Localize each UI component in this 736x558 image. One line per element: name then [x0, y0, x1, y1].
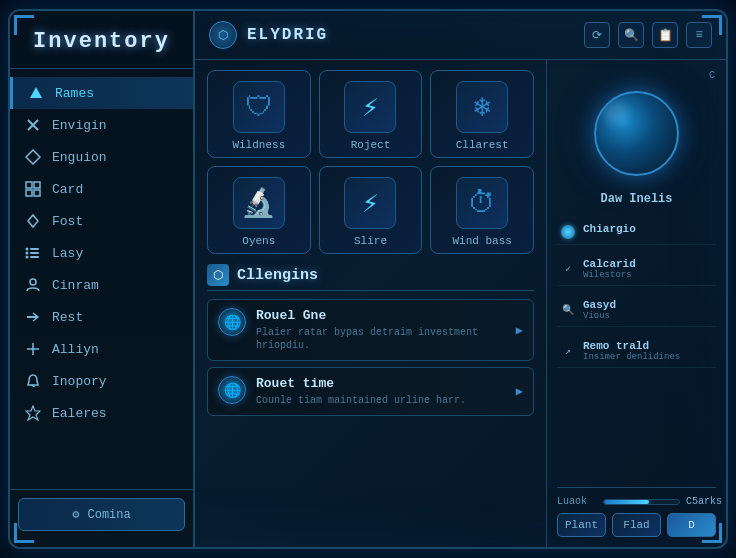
cllarest-icon: ❄	[456, 81, 508, 133]
grid-item-wind-bass[interactable]: ⏱ Wind bass	[430, 166, 534, 254]
progress-bar-fill	[604, 500, 649, 504]
main-panel: 🛡 Wildness ⚡ Roject ❄ Cllarest 🔬 Oyens	[195, 60, 546, 547]
progress-row: Luaok C5arks	[557, 496, 716, 507]
sidebar: Inventory Rames Envigin Enguion	[10, 11, 195, 547]
sidebar-item-lasy[interactable]: Lasy	[10, 237, 193, 269]
grid-icon	[24, 180, 42, 198]
cross-icon	[24, 116, 42, 134]
triangle-icon	[27, 84, 45, 102]
clipboard-button[interactable]: 📋	[652, 22, 678, 48]
sidebar-title: Inventory	[10, 19, 193, 69]
sidebar-item-label: Fost	[52, 214, 83, 229]
sidebar-bottom: ⚙ Comina	[10, 489, 193, 539]
sidebar-item-rest[interactable]: Rest	[10, 301, 193, 333]
chiargio-title: Chiargio	[583, 223, 712, 235]
calcarid-title: Calcarid	[583, 258, 712, 270]
sidebar-item-label: Rames	[55, 86, 94, 101]
challenge-arrow2-icon: ▶	[516, 384, 523, 399]
main-container: Inventory Rames Envigin Enguion	[8, 9, 728, 549]
challenge-desc: Plaier ratar bypas detraim investment hr…	[256, 326, 506, 352]
content-body: 🛡 Wildness ⚡ Roject ❄ Cllarest 🔬 Oyens	[195, 60, 726, 547]
right-panel-title: Daw Inelis	[557, 192, 716, 206]
oyens-icon: 🔬	[233, 177, 285, 229]
sidebar-item-rames[interactable]: Rames	[10, 77, 193, 109]
right-item-gasyd[interactable]: 🔍 Gasyd Vious	[557, 294, 716, 327]
grid-item-roject[interactable]: ⚡ Roject	[319, 70, 423, 158]
challenge-list: 🌐 Rouel Gne Plaier ratar bypas detraim i…	[207, 299, 534, 416]
flad-button[interactable]: Flad	[612, 513, 661, 537]
challenge-globe-icon: 🌐	[218, 308, 246, 336]
sidebar-item-envigin[interactable]: Envigin	[10, 109, 193, 141]
corner-decoration-br	[702, 523, 722, 543]
content-area: ⬡ ELYDRIG ⟳ 🔍 📋 ≡ 🛡 Wildness ⚡	[195, 11, 726, 547]
slire-icon: ⚡	[344, 177, 396, 229]
sidebar-item-alliyn[interactable]: Alliyn	[10, 333, 193, 365]
sidebar-item-fost[interactable]: Fost	[10, 205, 193, 237]
sidebar-item-cinram[interactable]: Cinram	[10, 269, 193, 301]
challenge-globe2-icon: 🌐	[218, 376, 246, 404]
gasyd-sub: Vious	[583, 311, 712, 321]
sidebar-item-enguion[interactable]: Enguion	[10, 141, 193, 173]
settings-button[interactable]: ⚙ Comina	[18, 498, 185, 531]
right-item-calcarid[interactable]: ✓ Calcarid Wilestors	[557, 253, 716, 286]
svg-point-11	[26, 252, 29, 255]
refresh-button[interactable]: ⟳	[584, 22, 610, 48]
challenges-header: ⬡ Cllengins	[207, 264, 534, 291]
grid-item-slire[interactable]: ⚡ Slire	[319, 166, 423, 254]
challenge-desc2: Counle tiam maintained urline harr.	[256, 394, 506, 407]
challenge-item-rouet-time[interactable]: 🌐 Rouet time Counle tiam maintained urli…	[207, 367, 534, 416]
roject-label: Roject	[351, 139, 391, 151]
svg-point-13	[26, 256, 29, 259]
right-item-remo-trald[interactable]: ↗ Remo trald Insimer denlidines	[557, 335, 716, 368]
right-item-chiargio[interactable]: Chiargio	[557, 218, 716, 245]
gasyd-title: Gasyd	[583, 299, 712, 311]
svg-rect-4	[26, 182, 32, 188]
challenge-text-area: Rouel Gne Plaier ratar bypas detraim inv…	[256, 308, 506, 352]
remo-trald-title: Remo trald	[583, 340, 712, 352]
oyens-label: Oyens	[242, 235, 275, 247]
globe-widget	[557, 91, 716, 176]
star-icon	[24, 404, 42, 422]
search-button[interactable]: 🔍	[618, 22, 644, 48]
sidebar-item-card[interactable]: Card	[10, 173, 193, 205]
chiargio-text: Chiargio	[583, 223, 712, 235]
bell-icon	[24, 372, 42, 390]
sidebar-item-inopory[interactable]: Inopory	[10, 365, 193, 397]
challenges-icon: ⬡	[207, 264, 229, 286]
calcarid-sub: Wilestors	[583, 270, 712, 280]
sidebar-item-label: Card	[52, 182, 83, 197]
cllarest-label: Cllarest	[456, 139, 509, 151]
grid-item-wildness[interactable]: 🛡 Wildness	[207, 70, 311, 158]
diamond-icon	[24, 148, 42, 166]
sidebar-item-label: Enguion	[52, 150, 107, 165]
sidebar-item-label: Ealeres	[52, 406, 107, 421]
sidebar-item-label: Cinram	[52, 278, 99, 293]
sidebar-item-label: Rest	[52, 310, 83, 325]
header-actions: ⟳ 🔍 📋 ≡	[584, 22, 712, 48]
person-icon	[24, 276, 42, 294]
grid-item-cllarest[interactable]: ❄ Cllarest	[430, 70, 534, 158]
wind-bass-icon: ⏱	[456, 177, 508, 229]
svg-rect-10	[30, 248, 39, 250]
challenge-arrow-icon: ▶	[516, 323, 523, 338]
svg-rect-5	[34, 182, 40, 188]
sidebar-item-label: Inopory	[52, 374, 107, 389]
grid-item-oyens[interactable]: 🔬 Oyens	[207, 166, 311, 254]
header-title: ELYDRIG	[247, 26, 328, 44]
right-panel: C Daw Inelis Chiargio ✓ Calcarid Wilesto…	[546, 60, 726, 547]
right-top-label: C	[557, 70, 716, 81]
search-icon: 🔍	[561, 303, 575, 317]
challenge-item-rouel-gne[interactable]: 🌐 Rouel Gne Plaier ratar bypas detraim i…	[207, 299, 534, 361]
wildness-icon: 🛡	[233, 81, 285, 133]
sidebar-item-label: Lasy	[52, 246, 83, 261]
svg-rect-7	[34, 190, 40, 196]
challenges-section: ⬡ Cllengins 🌐 Rouel Gne Plaier ratar byp…	[207, 264, 534, 537]
progress-area: Luaok C5arks Plant Flad D	[557, 487, 716, 537]
progress-bar-container	[603, 499, 680, 505]
remo-trald-text: Remo trald Insimer denlidines	[583, 340, 712, 362]
sidebar-item-ealeres[interactable]: Ealeres	[10, 397, 193, 429]
globe-sphere	[594, 91, 679, 176]
svg-rect-6	[26, 190, 32, 196]
sidebar-item-label: Alliyn	[52, 342, 99, 357]
plant-button[interactable]: Plant	[557, 513, 606, 537]
